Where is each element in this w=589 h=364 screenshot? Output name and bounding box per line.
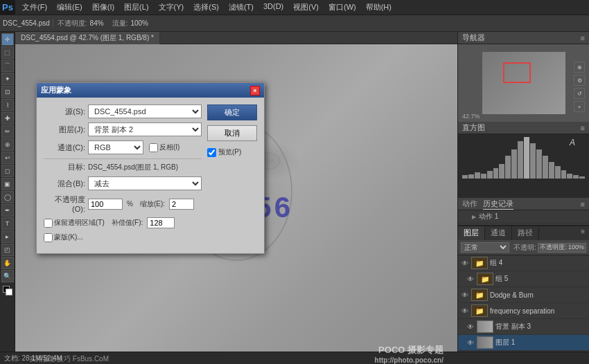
layer-layer1[interactable]: 👁 图层 1 — [458, 335, 589, 351]
menu-text[interactable]: 文字(Y) — [155, 1, 188, 14]
layer-vis-bgc3[interactable]: 👁 — [466, 322, 475, 331]
menu-image[interactable]: 图像(I) — [88, 1, 118, 14]
nav-refresh-icon[interactable]: ↺ — [574, 88, 585, 99]
menu-view[interactable]: 视图(V) — [289, 1, 323, 14]
hist-bar-3 — [475, 172, 480, 179]
layer-thumb-group5: 📁 — [477, 273, 493, 285]
layer-vis-db[interactable]: 👁 — [461, 291, 469, 299]
menu-3d[interactable]: 3D(D) — [259, 1, 288, 14]
dialog-close-button[interactable]: × — [250, 86, 260, 95]
tool-gradient[interactable]: ▣ — [1, 178, 14, 190]
layers-tab-paths[interactable]: 路径 — [512, 226, 539, 240]
layer-select[interactable]: 背景 副本 2 — [88, 122, 202, 136]
preview-checkbox-row: 预览(P) — [207, 147, 257, 157]
flow-label: 流量: — [112, 19, 128, 28]
menu-window[interactable]: 窗口(W) — [324, 1, 360, 14]
opacity-field[interactable] — [538, 243, 586, 253]
menu-edit[interactable]: 编辑(E) — [53, 1, 87, 14]
tool-eyedropper[interactable]: ⌇ — [1, 99, 14, 111]
layers-tabs: 图层 通道 路径 ≡ — [458, 226, 589, 240]
canvas-content[interactable]: 624856 POCO 摄影专题 http://photo.poco.cn/ 实… — [15, 44, 457, 364]
layer-freq-sep[interactable]: 👁 📁 frequency separation — [458, 303, 589, 319]
navigator-icons: ⊕ ⚙ ↺ × — [574, 62, 585, 112]
menu-layer[interactable]: 图层(L) — [120, 1, 152, 14]
source-select[interactable]: DSC_4554.psd — [88, 104, 202, 118]
tool-dodge[interactable]: ◯ — [1, 191, 14, 203]
tool-zoom[interactable]: 🔍 — [1, 270, 14, 282]
opacity-label: 不透明度(O): — [44, 194, 85, 213]
scale-label: 缩放(E): — [140, 199, 165, 209]
tool-eraser[interactable]: ◻ — [1, 165, 14, 177]
nav-settings-icon[interactable]: ⚙ — [574, 75, 585, 86]
tool-history-brush[interactable]: ↩ — [1, 152, 14, 164]
layers-tab-layers[interactable]: 图层 — [458, 226, 485, 240]
offset-input[interactable] — [147, 217, 175, 228]
history-tab-actions[interactable]: 动作 — [462, 199, 477, 210]
tool-hand[interactable]: ✋ — [1, 257, 14, 269]
opacity-row: 不透明度(O): % 缩放(E): — [44, 194, 202, 213]
dialog-form: 源(S): DSC_4554.psd 图层(J): 背景 副本 2 — [44, 104, 202, 242]
menu-help[interactable]: 帮助(H) — [362, 1, 396, 14]
tool-lasso[interactable]: ⌒ — [1, 60, 14, 72]
layer-vis-fs[interactable]: 👁 — [461, 307, 469, 315]
watermark-fbus: 实用摄影技巧 FsBus.CoM — [29, 354, 109, 364]
tool-text[interactable]: T — [1, 217, 14, 230]
canvas-tab-main[interactable]: DSC_4554.psd @ 42.7% (图层 1, RGB/8) * — [15, 32, 160, 44]
preserve-checkbox[interactable] — [44, 219, 53, 228]
hist-bar-20 — [579, 176, 585, 179]
layers-tab-channels[interactable]: 通道 — [485, 226, 512, 240]
mask-checkbox[interactable] — [44, 233, 53, 242]
tool-marquee[interactable]: ⬚ — [1, 46, 14, 59]
blending-select[interactable]: 减去 — [88, 176, 202, 190]
layer-vis-group5[interactable]: 👁 — [466, 275, 475, 283]
layers-options-icon[interactable]: ≡ — [577, 226, 589, 240]
nav-close-icon[interactable]: × — [574, 101, 585, 112]
tool-move[interactable]: ✛ — [1, 33, 14, 46]
navigator-options-icon[interactable]: ≡ — [581, 34, 585, 42]
tool-crop[interactable]: ⊡ — [1, 86, 14, 98]
preview-checkbox[interactable] — [207, 148, 216, 157]
layer-vis-l1[interactable]: 👁 — [466, 338, 475, 347]
channel-select[interactable]: RGB — [88, 140, 143, 154]
dialog-cancel-button[interactable]: 取消 — [207, 125, 257, 141]
tool-magic-wand[interactable]: ✦ — [1, 73, 14, 85]
navigator-title: 导航器 — [462, 33, 485, 43]
nav-expand-icon[interactable]: ⊕ — [574, 62, 585, 73]
tool-stamp[interactable]: ⊕ — [1, 138, 14, 151]
history-options-icon[interactable]: ≡ — [581, 200, 585, 208]
menu-filter[interactable]: 滤镜(T) — [225, 1, 258, 14]
history-tab-history[interactable]: 历史记录 — [483, 199, 513, 210]
layers-toolbar: 正常 不透明: — [458, 240, 589, 255]
histogram-panel: 直方图 ≡ A — [458, 122, 589, 198]
opacity-input[interactable] — [88, 199, 123, 210]
layer-group5[interactable]: 👁 📁 组 5 — [458, 271, 589, 287]
channel-label: 通道(C): — [44, 143, 85, 153]
blend-mode-select[interactable]: 正常 — [461, 242, 509, 253]
tool-brush[interactable]: ✏ — [1, 125, 14, 138]
layer-group4[interactable]: 👁 📁 组 4 — [458, 255, 589, 271]
tool-path-select[interactable]: ▸ — [1, 230, 14, 243]
layer-bg-copy3[interactable]: 👁 背景 副本 3 — [458, 319, 589, 335]
tool-pen[interactable]: ✒ — [1, 204, 14, 217]
menu-file[interactable]: 文件(F) — [18, 1, 51, 14]
group-icon-fs: 📁 — [475, 307, 484, 315]
tool-shape[interactable]: ◰ — [1, 244, 14, 256]
menu-select[interactable]: 选择(S) — [189, 1, 223, 14]
layer-vis-group4[interactable]: 👁 — [461, 259, 469, 267]
scale-input[interactable] — [169, 199, 194, 210]
histogram-options-icon[interactable]: ≡ — [581, 124, 585, 132]
navigator-preview[interactable] — [482, 52, 565, 114]
history-arrow-1: ▶ — [472, 214, 476, 220]
toolbar: DSC_4554.psd 不透明度: 84% 流量: 100% — [0, 15, 589, 32]
layer-name-fs: frequency separation — [490, 307, 586, 315]
layer-dodge-burn[interactable]: 👁 📁 Dodge & Burn — [458, 287, 589, 303]
hist-bar-9 — [511, 149, 517, 179]
tool-heal[interactable]: ✚ — [1, 112, 14, 125]
navigator-content: ⊕ ⚙ ↺ × 42.7% — [458, 44, 589, 122]
history-panel[interactable]: 动作 历史记录 ≡ ▶ 动作 1 ▶ 胶片 ▶ schaif — [458, 198, 589, 226]
dialog-ok-button[interactable]: 确定 — [207, 104, 257, 120]
invert-checkbox[interactable] — [149, 143, 158, 152]
foreground-background-colors[interactable] — [1, 284, 14, 298]
hist-bar-15 — [549, 162, 554, 179]
history-item-actions1[interactable]: ▶ 动作 1 — [458, 210, 589, 224]
